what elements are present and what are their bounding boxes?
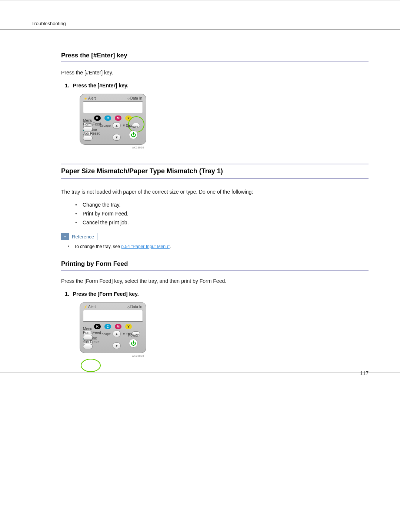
power-label: Power <box>128 125 139 129</box>
escape-label: Escape <box>100 332 111 336</box>
step-press-form-feed: 1.Press the [Form Feed] key. <box>65 291 369 297</box>
page-content: Press the [#Enter] key Press the [#Enter… <box>0 30 400 357</box>
bullet-cancel-job: Cancel the print job. <box>75 220 369 225</box>
alert-label: Alert <box>84 96 96 100</box>
toner-m-icon: M <box>115 324 121 329</box>
panel-illustration-formfeed: Alert Data In K C M Y Menu Online E <box>61 302 369 357</box>
reference-item: To change the tray, see p.54 "Paper Inpu… <box>61 244 369 249</box>
step-number: 1. <box>65 83 69 88</box>
reference-tag: ≡ Reference <box>61 233 97 240</box>
illustration-code: AK28020 <box>80 145 146 149</box>
escape-label: Escape <box>100 124 111 127</box>
job-reset-button <box>83 344 93 349</box>
data-in-label: Data In <box>127 96 142 100</box>
job-reset-label: Job Reset <box>83 340 101 344</box>
power-icon: ⏻ <box>129 339 138 348</box>
reference-text-pre: To change the tray, see <box>74 244 121 249</box>
form-feed-button <box>83 126 93 131</box>
reference-link[interactable]: p.54 "Paper Input Menu" <box>121 244 170 249</box>
heading-paper-mismatch: Paper Size Mismatch/Paper Type Mismatch … <box>61 164 369 179</box>
running-header: Troubleshooting <box>0 21 400 30</box>
form-feed-label: Form Feed <box>83 331 101 335</box>
step-text: Press the [Form Feed] key. <box>73 291 139 297</box>
reference-icon: ≡ <box>61 233 69 240</box>
bullet-form-feed: Print by Form Feed. <box>75 211 369 217</box>
toner-c-icon: C <box>104 116 111 121</box>
step-press-enter: 1.Press the [#Enter] key. <box>65 83 369 88</box>
lcd-screen <box>83 310 143 322</box>
lcd-screen <box>83 101 143 113</box>
page-number: 117 <box>360 370 369 376</box>
intro-paper-mismatch: The tray is not loaded with paper of the… <box>61 188 369 196</box>
intro-printing-form-feed: Press the [Form Feed] key, select the tr… <box>61 277 369 285</box>
data-in-label: Data In <box>127 305 142 309</box>
highlight-circle-formfeed <box>81 359 101 372</box>
power-label: Power <box>128 333 139 337</box>
highlight-circle-enter <box>128 116 144 133</box>
step-text: Press the [#Enter] key. <box>73 83 129 88</box>
step-number: 1. <box>65 291 69 297</box>
heading-printing-form-feed: Printing by Form Feed <box>61 260 369 271</box>
up-arrow-icon: ▲ <box>113 122 121 129</box>
up-arrow-icon: ▲ <box>113 331 121 337</box>
down-arrow-icon: ▼ <box>113 134 121 141</box>
job-reset-button <box>83 135 93 141</box>
form-feed-label: Form Feed <box>83 122 101 126</box>
alert-label: Alert <box>84 305 96 309</box>
heading-press-enter: Press the [#Enter] key <box>61 52 369 62</box>
form-feed-button <box>83 335 93 340</box>
toner-m-icon: M <box>115 116 121 121</box>
illustration-code: AK28020 <box>80 353 146 357</box>
toner-y-icon: Y <box>125 324 132 329</box>
intro-press-enter: Press the [#Enter] key. <box>61 69 369 77</box>
job-reset-label: Job Reset <box>83 131 101 135</box>
power-icon: ⏻ <box>129 130 138 139</box>
toner-c-icon: C <box>104 324 111 329</box>
down-arrow-icon: ▼ <box>113 342 121 349</box>
bullet-change-tray: Change the tray. <box>75 202 369 208</box>
reference-text-post: . <box>170 244 171 249</box>
panel-illustration-enter: Alert Data In K C M Y Menu Online E <box>61 94 369 149</box>
reference-label: Reference <box>69 233 97 240</box>
